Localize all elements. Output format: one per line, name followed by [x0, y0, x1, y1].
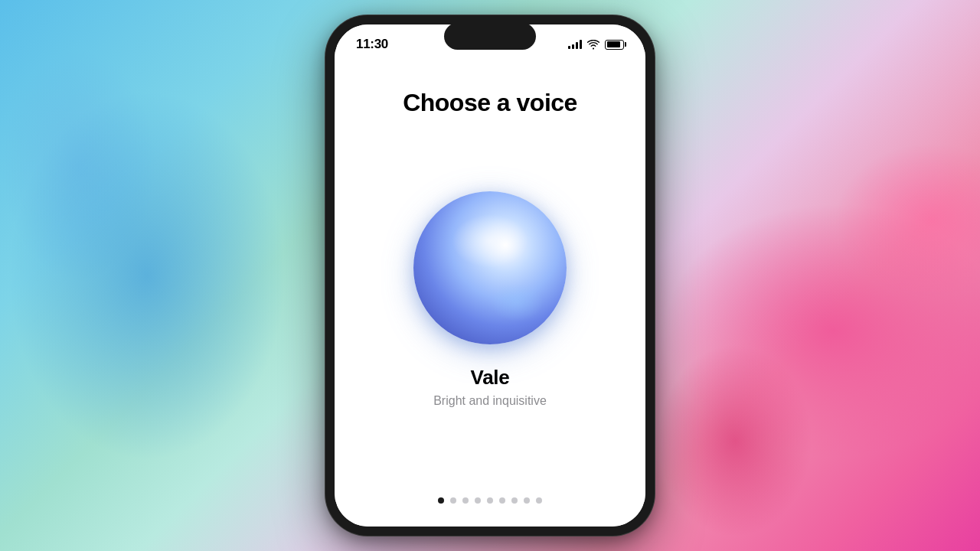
battery-fill — [607, 41, 620, 47]
phone-frame: 11:30 — [325, 15, 655, 536]
voice-orb[interactable] — [413, 191, 567, 344]
dot-9[interactable] — [536, 497, 542, 504]
dot-4[interactable] — [475, 497, 481, 504]
dot-3[interactable] — [462, 497, 469, 504]
voice-description: Bright and inquisitive — [433, 394, 547, 408]
dot-5[interactable] — [487, 497, 493, 504]
screen-content: Choose a voice Vale Bright and inquisiti… — [335, 64, 645, 527]
dot-6[interactable] — [499, 497, 505, 504]
phone-screen: 11:30 — [335, 24, 645, 527]
signal-bar-4 — [580, 40, 582, 49]
status-time: 11:30 — [356, 37, 388, 52]
wifi-icon — [587, 40, 599, 50]
dot-7[interactable] — [511, 497, 518, 504]
dot-8[interactable] — [524, 497, 530, 504]
battery-icon — [605, 40, 624, 50]
phone-container: 11:30 — [325, 15, 655, 536]
signal-bar-1 — [568, 46, 570, 49]
page-title: Choose a voice — [403, 89, 577, 117]
signal-bar-2 — [572, 44, 574, 49]
dynamic-island — [444, 23, 536, 50]
pagination-dots — [438, 497, 542, 511]
dot-1[interactable] — [438, 497, 444, 504]
status-icons — [568, 40, 624, 50]
voice-visual-container[interactable]: Vale Bright and inquisitive — [413, 117, 567, 497]
voice-name: Vale — [471, 366, 510, 390]
dot-2[interactable] — [450, 497, 456, 504]
signal-icon — [568, 40, 582, 49]
signal-bar-3 — [576, 42, 578, 49]
